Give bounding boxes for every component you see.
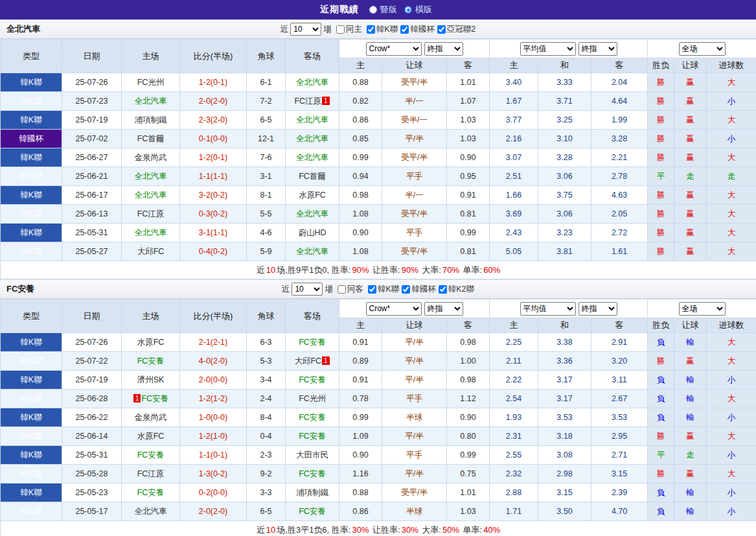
euro-home-cell: 2.55 [490,446,538,465]
filter-controls: 近 10 場 同主 韓K聯韓國杯亞冠聯2 [281,23,475,36]
euro-draw-cell: 3.50 [538,502,591,521]
result-cell: 勝 [648,352,674,371]
euro-away-cell: 3.11 [591,371,648,390]
euro-time-select[interactable]: 終指 [578,42,617,56]
league-filter[interactable]: 韓國杯 [402,284,436,295]
euro-home-cell: 2.11 [490,352,538,371]
goals-result-cell: 大 [707,186,756,205]
league-filter[interactable]: 韓K聯 [367,24,398,35]
handicap-result-cell: 輸 [674,502,707,521]
euro-home-cell: 2.51 [490,167,538,186]
handicap-cell: 平手 [382,390,447,408]
handicap-result-cell: 赢 [674,224,707,242]
away-odds-cell: 1.01 [447,484,490,502]
league-checkbox[interactable] [402,285,410,294]
euro-home-cell: 1.93 [490,408,538,427]
games-count-select[interactable]: 10 [290,23,321,36]
handicap-cell: 受平/半 [382,484,447,502]
home-team-cell: 金泉尚武 [122,148,180,167]
matches-table: 类型 日期 主场 比分(半场) 角球 客场 Crow*終指 平均值終指 全场 [0,299,756,536]
col-header-away-odds: 客 [447,318,490,333]
col-header-result: 胜负 [648,58,674,73]
recent-results-page: 近期戰績 豎版 橫版 全北汽車 近 10 場 同主 韓K聯韓國杯亞冠聯2 [0,0,756,536]
league-label: 韓K聯 [376,24,398,35]
same-venue-checkbox[interactable] [336,25,345,34]
euro-avg-select[interactable]: 平均值 [520,302,576,316]
col-header-euro-home: 主 [490,58,538,73]
league-filter[interactable]: 韓國杯 [400,24,435,35]
horizontal-layout-radio[interactable] [404,6,412,14]
euro-odds-selectors: 平均值終指 [490,299,648,318]
euro-away-cell: 4.70 [591,502,648,521]
bookmaker-select[interactable]: Crow* [366,42,422,56]
summary-text: 30% [352,525,369,535]
euro-draw-cell: 3.23 [538,224,591,242]
same-venue-filter[interactable]: 同主 [336,24,362,35]
odds-time-select[interactable]: 終指 [424,302,463,316]
games-count-select[interactable]: 10 [292,283,323,296]
scope-select[interactable]: 全场 [679,302,726,316]
league-checkbox[interactable] [368,285,376,294]
home-odds-cell: 0.88 [339,484,382,502]
league-filter[interactable]: 韓K2聯 [439,284,474,295]
summary-text: 单率: [461,525,482,535]
home-team-cell: FC首爾 [122,130,180,148]
league-filter[interactable]: 亞冠聯2 [437,24,475,35]
match-row: 韓K聯25-07-26FC光州1-2(0-1)6-1全北汽車0.88受平/半1.… [1,73,756,92]
away-team-cell: FC光州 [286,390,339,408]
score-cell: 1-3(0-2) [180,465,247,484]
match-row: 韓K聯25-07-26水原FC2-1(2-1)6-3FC安養0.91平/半0.9… [1,333,756,352]
league-cell: 韓K聯 [1,502,62,521]
home-odds-cell: 0.90 [339,224,382,242]
league-checkbox[interactable] [437,25,446,34]
league-checkbox[interactable] [439,285,447,294]
league-filter[interactable]: 韓K聯 [368,284,399,295]
same-venue-filter[interactable]: 同客 [338,284,363,295]
goals-result-cell: 大 [707,465,756,484]
league-cell: 韓K聯 [1,242,62,261]
euro-away-cell: 2.78 [591,167,648,186]
home-team-cell: FC安養 [122,352,180,371]
result-cell: 勝 [648,111,674,130]
euro-draw-cell: 3.53 [538,408,591,427]
league-checkbox[interactable] [367,25,375,34]
vertical-layout-radio[interactable] [369,6,377,14]
score-cell: 1-2(0-1) [180,73,247,92]
euro-draw-cell: 3.06 [538,167,591,186]
handicap-result-cell: 赢 [674,73,707,92]
league-checkbox[interactable] [400,25,409,34]
euro-home-cell: 2.16 [490,130,538,148]
euro-avg-select[interactable]: 平均值 [520,42,576,56]
col-header-score: 比分(半场) [180,40,247,73]
score-cell: 2-0(0-0) [180,371,247,390]
odds-time-select[interactable]: 終指 [424,42,463,56]
euro-time-select[interactable]: 終指 [578,302,617,316]
handicap-result-cell: 輸 [674,408,707,427]
col-header-away-odds: 客 [447,58,490,73]
near-label: 近 [281,24,289,35]
col-header-handicap: 让球 [382,318,447,333]
result-cell: 負 [648,371,674,390]
score-cell: 1-1(0-1) [180,446,247,465]
col-header-euro-away: 客 [591,58,648,73]
date-cell: 25-07-19 [62,111,122,130]
home-odds-cell: 0.91 [339,371,382,390]
bookmaker-select[interactable]: Crow* [366,302,422,316]
handicap-result-cell: 赢 [674,465,707,484]
handicap-cell: 平/半 [382,465,447,484]
goals-result-cell: 小 [707,371,756,390]
match-row: 韓K聯25-07-19浦項制鐵2-3(2-0)6-5全北汽車0.86受半/一1.… [1,111,756,130]
league-cell: 韓K聯 [1,333,62,352]
goals-result-cell: 大 [707,390,756,408]
league-filters: 韓K聯韓國杯亞冠聯2 [364,24,475,35]
summary-text: 90% [402,265,418,275]
filter-controls: 近 10 場 同客 韓K聯韓國杯韓K2聯 [282,283,474,296]
away-team-cell: 全北汽車 [286,148,339,167]
scope-select[interactable]: 全场 [679,42,726,56]
away-team-cell: 全北汽車 [286,242,339,261]
euro-home-cell: 3.40 [490,73,538,92]
same-venue-checkbox[interactable] [338,285,346,294]
euro-home-cell: 1.71 [490,502,538,521]
col-header-home-odds: 主 [339,318,382,333]
home-odds-cell: 0.86 [339,111,382,130]
